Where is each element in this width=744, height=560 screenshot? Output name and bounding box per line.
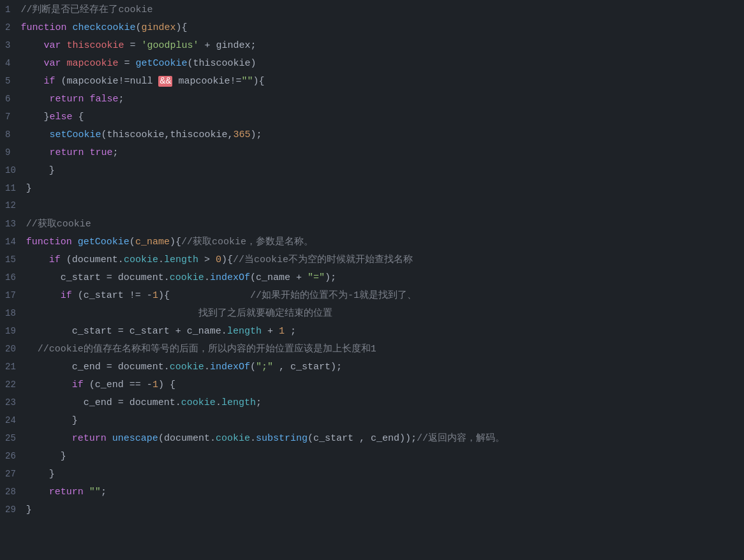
line-number: 23 xyxy=(0,396,26,410)
line-content: } xyxy=(26,413,744,428)
line-number: 9 xyxy=(0,146,20,160)
line-content: var thiscookie = 'goodplus' + gindex; xyxy=(20,38,744,53)
code-line: 4 var mapcookie = getCookie(thiscookie) xyxy=(0,56,744,74)
code-line: 2function checkcookie(gindex){ xyxy=(0,20,744,38)
line-number: 5 xyxy=(0,75,20,89)
code-line: 15 if (document.cookie.length > 0){//当co… xyxy=(0,253,744,270)
line-number: 16 xyxy=(0,271,26,285)
line-number: 3 xyxy=(0,39,20,53)
code-editor: 1//判断是否已经存在了cookie2function checkcookie(… xyxy=(0,0,744,523)
code-line: 24 } xyxy=(0,413,744,431)
line-content: if (c_start != -1){ //如果开始的位置不为-1就是找到了、 xyxy=(26,288,744,303)
line-content: c_end = document.cookie.length; xyxy=(26,395,744,410)
line-number: 12 xyxy=(0,199,26,213)
line-number: 15 xyxy=(0,253,26,267)
line-number: 11 xyxy=(0,182,26,196)
code-line: 3 var thiscookie = 'goodplus' + gindex; xyxy=(0,38,744,56)
line-content: } xyxy=(26,163,744,178)
code-line: 26 } xyxy=(0,449,744,467)
code-line: 28 return ""; xyxy=(0,485,744,503)
code-line: 25 return unescape(document.cookie.subst… xyxy=(0,431,744,449)
line-content: function checkcookie(gindex){ xyxy=(20,20,744,35)
line-number: 13 xyxy=(0,217,26,232)
line-content: return unescape(document.cookie.substrin… xyxy=(26,431,744,446)
line-content: } xyxy=(26,467,744,482)
line-number: 24 xyxy=(0,414,26,428)
line-content: } xyxy=(26,181,744,196)
line-content: //判断是否已经存在了cookie xyxy=(20,3,744,17)
line-content: if (mapcookie!=null && mapcookie!=""){ xyxy=(20,74,744,89)
line-number: 4 xyxy=(0,57,20,71)
code-line: 23 c_end = document.cookie.length; xyxy=(0,395,744,413)
line-content: return true; xyxy=(20,145,744,160)
code-line: 11} xyxy=(0,181,744,199)
line-number: 17 xyxy=(0,289,26,303)
code-line: 8 setCookie(thiscookie,thiscookie,365); xyxy=(0,128,744,145)
line-content: } xyxy=(26,449,744,464)
code-line: 16 c_start = document.cookie.indexOf(c_n… xyxy=(0,270,744,288)
line-number: 25 xyxy=(0,432,26,446)
code-line: 18 找到了之后就要确定结束的位置 xyxy=(0,306,744,324)
line-number: 22 xyxy=(0,378,26,392)
line-number: 7 xyxy=(0,110,20,124)
code-line: 19 c_start = c_start + c_name.length + 1… xyxy=(0,324,744,342)
line-content: c_start = document.cookie.indexOf(c_name… xyxy=(26,270,744,285)
line-content: return ""; xyxy=(26,485,744,499)
line-content: return false; xyxy=(20,92,744,107)
line-number: 20 xyxy=(0,343,26,357)
line-number: 1 xyxy=(0,3,20,17)
code-line: 22 if (c_end == -1) { xyxy=(0,378,744,395)
line-number: 29 xyxy=(0,503,26,517)
line-number: 19 xyxy=(0,325,26,339)
line-content: if (c_end == -1) { xyxy=(26,378,744,392)
line-number: 14 xyxy=(0,235,26,249)
code-line: 27 } xyxy=(0,467,744,485)
code-line: 29} xyxy=(0,503,744,520)
line-number: 10 xyxy=(0,164,26,178)
line-content: c_start = c_start + c_name.length + 1 ; xyxy=(26,324,744,339)
code-line: 20 //cookie的值存在名称和等号的后面，所以内容的开始位置应该是加上长度… xyxy=(0,342,744,360)
code-line: 17 if (c_start != -1){ //如果开始的位置不为-1就是找到… xyxy=(0,288,744,306)
line-content: //获取cookie xyxy=(26,217,744,232)
line-content: 找到了之后就要确定结束的位置 xyxy=(26,306,744,321)
line-content: function getCookie(c_name){//获取cookie，参数… xyxy=(26,235,744,249)
code-line: 9 return true; xyxy=(0,145,744,163)
line-number: 28 xyxy=(0,485,26,499)
line-content: }else { xyxy=(20,110,744,124)
line-number: 8 xyxy=(0,128,20,142)
code-line: 13//获取cookie xyxy=(0,217,744,235)
code-line: 1//判断是否已经存在了cookie xyxy=(0,3,744,20)
code-line: 14function getCookie(c_name){//获取cookie，… xyxy=(0,235,744,253)
line-content: } xyxy=(26,503,744,517)
code-line: 21 c_end = document.cookie.indexOf(";" ,… xyxy=(0,360,744,378)
line-content: setCookie(thiscookie,thiscookie,365); xyxy=(20,128,744,142)
line-content: //cookie的值存在名称和等号的后面，所以内容的开始位置应该是加上长度和1 xyxy=(26,342,744,357)
line-number: 27 xyxy=(0,468,26,482)
line-content: if (document.cookie.length > 0){//当cooki… xyxy=(26,253,744,267)
code-line: 5 if (mapcookie!=null && mapcookie!=""){ xyxy=(0,74,744,92)
code-line: 7 }else { xyxy=(0,110,744,128)
code-line: 10 } xyxy=(0,163,744,181)
line-number: 26 xyxy=(0,450,26,464)
line-number: 2 xyxy=(0,21,20,35)
line-content: c_end = document.cookie.indexOf(";" , c_… xyxy=(26,360,744,374)
line-number: 21 xyxy=(0,360,26,374)
line-content: var mapcookie = getCookie(thiscookie) xyxy=(20,56,744,71)
code-line: 6 return false; xyxy=(0,92,744,110)
line-number: 6 xyxy=(0,92,20,107)
line-number: 18 xyxy=(0,307,26,321)
code-line: 12 xyxy=(0,199,744,217)
